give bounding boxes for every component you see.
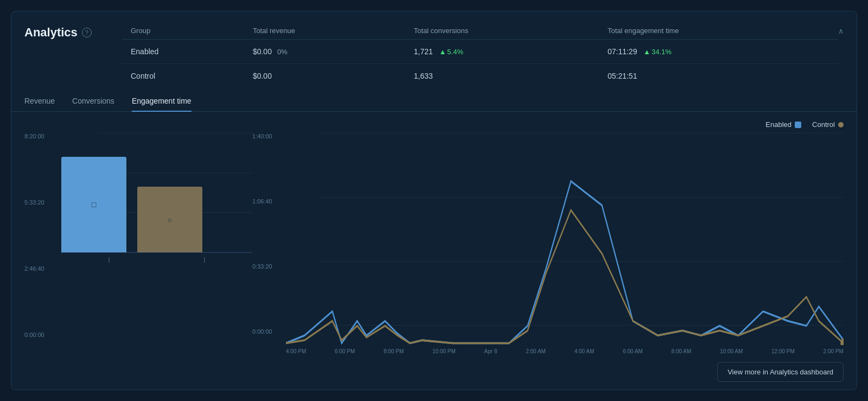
line-chart-svg [286, 133, 844, 345]
x-labels: 4:00 PM 6:00 PM 8:00 PM 10:00 PM Apr 8 2… [286, 345, 844, 354]
bar-chart-area: 8:20:00 5:33:20 2:46:40 0:00:00 [24, 133, 252, 354]
cell-conversions-enabled: 1,721 ▲5.4% [405, 40, 599, 64]
legend-enabled-label: Enabled [765, 120, 792, 129]
table-area: Group Total revenue Total conversions To… [122, 22, 838, 88]
footer-row: View more in Analytics dashboard [11, 354, 857, 390]
legend-control-icon [838, 122, 844, 128]
cell-engagement-control: 05:21:51 [599, 64, 838, 88]
tab-engagement-time[interactable]: Engagement time [132, 90, 192, 112]
cell-revenue-control: $0.00 [244, 64, 405, 88]
tab-conversions[interactable]: Conversions [72, 90, 114, 112]
cell-conversions-control: 1,633 [405, 64, 599, 88]
legend-row: Enabled Control [24, 120, 844, 129]
analytics-table: Group Total revenue Total conversions To… [122, 22, 838, 88]
line-y-labels: 1:40:00 1:06:40 0:33:20 0:00:00 [252, 133, 282, 335]
collapse-button[interactable]: ∧ [838, 22, 844, 35]
legend-enabled: Enabled [765, 120, 801, 129]
line-chart-area: 1:40:00 1:06:40 0:33:20 0:00:00 [252, 133, 844, 354]
charts-row: 8:20:00 5:33:20 2:46:40 0:00:00 [24, 133, 844, 354]
bar-control-icon: ○ [168, 215, 172, 224]
page-title: Analytics [24, 26, 78, 40]
tab-revenue[interactable]: Revenue [24, 90, 55, 112]
table-row-control: Control $0.00 1,633 05:21:51 [122, 64, 838, 88]
cell-revenue-enabled: $0.00 0% [244, 40, 405, 64]
bar-y-labels: 8:20:00 5:33:20 2:46:40 0:00:00 [24, 133, 57, 338]
bar-enabled: □ [61, 157, 126, 252]
col-header-engagement: Total engagement time [599, 22, 838, 40]
analytics-panel: Analytics ? Group Total revenue Total co… [11, 11, 857, 390]
bar-control: ○ [137, 187, 202, 252]
col-header-conversions: Total conversions [405, 22, 599, 40]
tabs-row: Revenue Conversions Engagement time [11, 90, 857, 112]
conversions-delta-enabled: ▲5.4% [439, 48, 463, 56]
cell-group-control: Control [122, 64, 244, 88]
legend-enabled-icon [795, 122, 801, 128]
svg-point-0 [840, 339, 844, 345]
chart-container: Enabled Control 8:20:00 5:33:20 2:46:40 … [11, 112, 857, 354]
col-header-group: Group [122, 22, 244, 40]
view-more-button[interactable]: View more in Analytics dashboard [717, 362, 844, 382]
header-row: Analytics ? Group Total revenue Total co… [11, 11, 857, 88]
title-area: Analytics ? [24, 22, 122, 40]
table-row-enabled: Enabled $0.00 0% 1,721 ▲5.4% [122, 40, 838, 64]
col-header-revenue: Total revenue [244, 22, 405, 40]
bar-chart-inner: □ ○ [61, 133, 252, 252]
legend-control: Control [812, 120, 844, 129]
line-chart-paths [286, 133, 844, 345]
help-icon[interactable]: ? [82, 28, 92, 37]
legend-control-label: Control [812, 120, 835, 129]
bar-enabled-icon: □ [92, 200, 96, 209]
cell-engagement-enabled: 07:11:29 ▲34.1% [599, 40, 838, 64]
engagement-delta-enabled: ▲34.1% [643, 48, 672, 56]
cell-group-enabled: Enabled [122, 40, 244, 64]
